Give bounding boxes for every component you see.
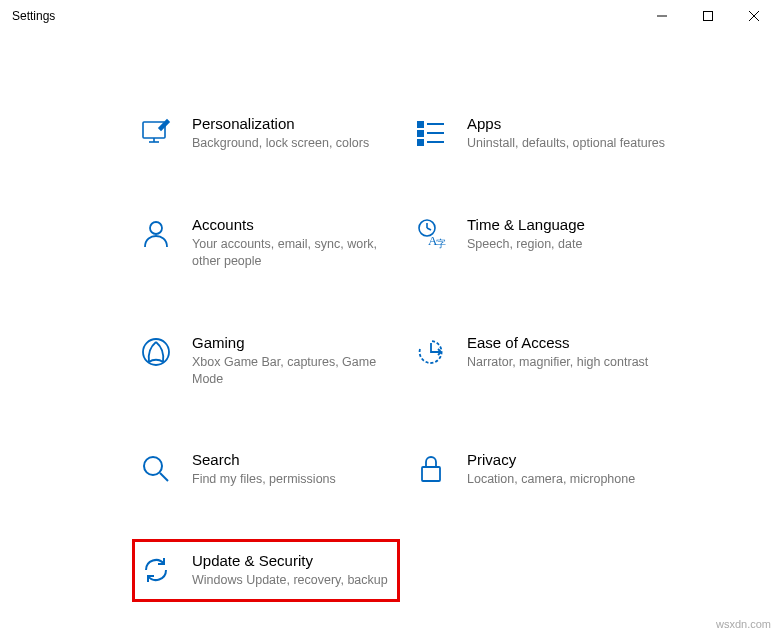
settings-grid: Personalization Background, lock screen,… <box>135 112 747 602</box>
tile-search[interactable]: Search Find my files, permissions <box>135 448 400 491</box>
tile-ease-of-access[interactable]: Ease of Access Narrator, magnifier, high… <box>410 331 675 391</box>
tile-personalization[interactable]: Personalization Background, lock screen,… <box>135 112 400 155</box>
tile-privacy[interactable]: Privacy Location, camera, microphone <box>410 448 675 491</box>
ease-of-access-icon <box>413 334 449 370</box>
tile-desc: Speech, region, date <box>467 236 672 253</box>
tile-title: Gaming <box>192 334 397 351</box>
tile-title: Personalization <box>192 115 397 132</box>
tile-title: Time & Language <box>467 216 672 233</box>
tile-desc: Find my files, permissions <box>192 471 397 488</box>
settings-content: Personalization Background, lock screen,… <box>0 32 777 602</box>
svg-rect-7 <box>418 122 423 127</box>
minimize-button[interactable] <box>639 0 685 32</box>
tile-update-security[interactable]: Update & Security Windows Update, recove… <box>132 539 400 602</box>
time-language-icon: A 字 <box>413 216 449 252</box>
tile-title: Apps <box>467 115 672 132</box>
tile-desc: Your accounts, email, sync, work, other … <box>192 236 397 270</box>
tile-title: Search <box>192 451 397 468</box>
tile-gaming[interactable]: Gaming Xbox Game Bar, captures, Game Mod… <box>135 331 400 391</box>
tile-accounts[interactable]: Accounts Your accounts, email, sync, wor… <box>135 213 400 273</box>
privacy-icon <box>413 451 449 487</box>
titlebar: Settings <box>0 0 777 32</box>
tile-desc: Xbox Game Bar, captures, Game Mode <box>192 354 397 388</box>
close-button[interactable] <box>731 0 777 32</box>
tile-desc: Location, camera, microphone <box>467 471 672 488</box>
gaming-icon <box>138 334 174 370</box>
svg-rect-1 <box>704 12 713 21</box>
svg-point-13 <box>150 222 162 234</box>
svg-text:字: 字 <box>436 238 446 249</box>
svg-point-20 <box>144 457 162 475</box>
window-title: Settings <box>12 9 55 23</box>
tile-desc: Background, lock screen, colors <box>192 135 397 152</box>
tile-title: Accounts <box>192 216 397 233</box>
svg-rect-22 <box>422 467 440 481</box>
update-security-icon <box>138 552 174 588</box>
window-controls <box>639 0 777 32</box>
tile-desc: Narrator, magnifier, high contrast <box>467 354 672 371</box>
svg-rect-8 <box>418 131 423 136</box>
tile-title: Privacy <box>467 451 672 468</box>
maximize-button[interactable] <box>685 0 731 32</box>
tile-title: Ease of Access <box>467 334 672 351</box>
svg-rect-9 <box>418 140 423 145</box>
tile-title: Update & Security <box>192 552 394 569</box>
personalization-icon <box>138 115 174 151</box>
watermark: wsxdn.com <box>716 618 771 630</box>
tile-desc: Uninstall, defaults, optional features <box>467 135 672 152</box>
svg-line-16 <box>427 228 431 230</box>
tile-apps[interactable]: Apps Uninstall, defaults, optional featu… <box>410 112 675 155</box>
apps-icon <box>413 115 449 151</box>
tile-time-language[interactable]: A 字 Time & Language Speech, region, date <box>410 213 675 273</box>
tile-desc: Windows Update, recovery, backup <box>192 572 394 589</box>
accounts-icon <box>138 216 174 252</box>
search-icon <box>138 451 174 487</box>
svg-line-21 <box>160 473 168 481</box>
